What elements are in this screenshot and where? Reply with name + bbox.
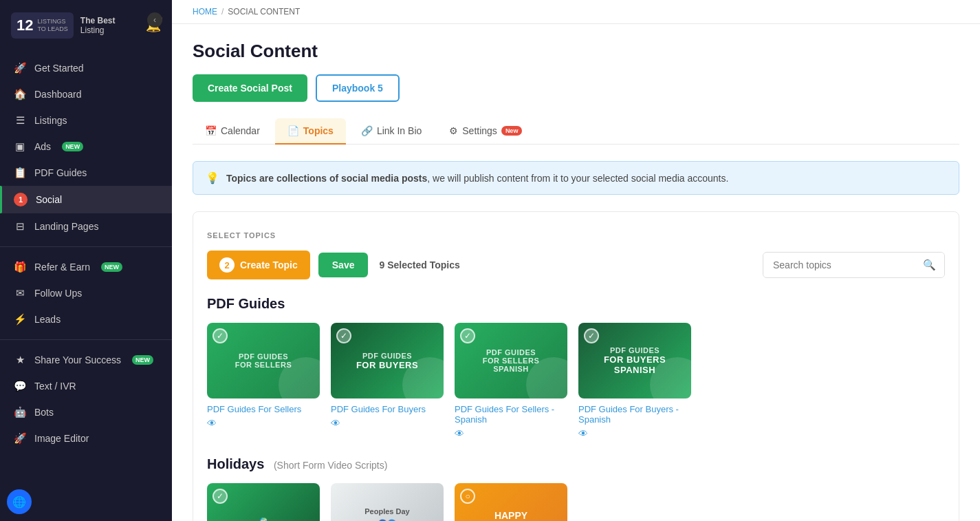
- list-item[interactable]: ✓ PDF GUIDES FOR SELLERS SPANISH PDF Gui…: [455, 323, 567, 440]
- sidebar-item-label: Social: [36, 194, 62, 205]
- breadcrumb-separator: /: [221, 7, 224, 17]
- search-button[interactable]: 🔍: [915, 253, 944, 277]
- sidebar-item-share-success[interactable]: ★ Share Your Success NEW: [0, 347, 172, 373]
- sidebar-item-refer-earn[interactable]: 🎁 Refer & Earn NEW: [0, 254, 172, 280]
- tab-link-in-bio[interactable]: 🔗 Link In Bio: [349, 118, 434, 145]
- create-social-post-button[interactable]: Create Social Post: [193, 74, 307, 102]
- social-badge: 1: [14, 193, 28, 206]
- card-text-line1: PDF GUIDES: [235, 352, 292, 361]
- card-checkbox[interactable]: ✓: [460, 328, 475, 343]
- sidebar-item-get-started[interactable]: 🚀 Get Started: [0, 55, 172, 81]
- sidebar-item-label: Get Started: [34, 63, 84, 74]
- eye-icon[interactable]: 👁: [331, 418, 340, 429]
- section-title-pdf-guides: PDF Guides: [207, 296, 945, 312]
- list-item[interactable]: ✓ 🌍: [207, 483, 320, 521]
- sidebar-item-listings[interactable]: ☰ Listings: [0, 107, 172, 134]
- bot-icon: 🤖: [14, 406, 26, 418]
- ads-new-badge: NEW: [62, 142, 83, 151]
- card-text-line3: SPANISH: [604, 365, 666, 375]
- sidebar-item-pdf-guides[interactable]: 📋 PDF Guides: [0, 160, 172, 186]
- playbook-button[interactable]: Playbook 5: [316, 74, 400, 102]
- gift-icon: 🎁: [14, 261, 26, 273]
- tab-topics[interactable]: 📄 Topics: [275, 118, 346, 145]
- info-banner-text: Topics are collections of social media p…: [226, 173, 728, 184]
- settings-new-badge: New: [501, 126, 523, 136]
- nav-divider-1: [0, 246, 172, 247]
- sidebar-navigation: 🚀 Get Started 🏠 Dashboard ☰ Listings ▣ A…: [0, 50, 172, 521]
- tab-topics-label: Topics: [303, 125, 334, 136]
- eye-icon[interactable]: 👁: [578, 428, 588, 439]
- card-checkbox[interactable]: ✓: [213, 328, 228, 343]
- sidebar-item-label: Bots: [34, 407, 54, 418]
- card-title: PDF Guides For Buyers - Spanish: [578, 404, 691, 425]
- list-item[interactable]: ✓ PDF GUIDES FOR SELLERS PDF Guides For …: [207, 323, 320, 440]
- eye-icon[interactable]: 👁: [455, 428, 464, 439]
- rocket-icon: 🚀: [14, 62, 26, 74]
- bulb-icon: 💡: [206, 171, 219, 184]
- breadcrumb-current: SOCIAL CONTENT: [228, 7, 300, 17]
- sidebar-item-leads[interactable]: ⚡ Leads: [0, 306, 172, 332]
- sidebar-collapse-button[interactable]: ‹: [147, 12, 162, 28]
- sidebar-item-follow-ups[interactable]: ✉ Follow Ups: [0, 280, 172, 306]
- create-topic-badge: 2: [219, 257, 235, 273]
- sidebar-item-label: Image Editor: [34, 433, 89, 444]
- card-checkbox[interactable]: ○: [460, 489, 475, 504]
- topics-toolbar: 2 Create Topic Save 9 Selected Topics 🔍: [207, 251, 945, 279]
- card-text-line2: FOR BUYERS: [604, 354, 666, 365]
- create-topic-button[interactable]: 2 Create Topic: [207, 251, 310, 279]
- sidebar-item-image-editor[interactable]: 🚀 Image Editor: [0, 425, 172, 451]
- tab-calendar[interactable]: 📅 Calendar: [193, 118, 272, 145]
- top-buttons: Create Social Post Playbook 5: [193, 74, 959, 102]
- avatar[interactable]: 🌐: [7, 489, 32, 514]
- sidebar: 12 LISTINGSTO LEADS The Best Listing 🔔 ‹…: [0, 0, 172, 521]
- card-checkbox[interactable]: ✓: [213, 489, 228, 504]
- pdf-guides-section: PDF Guides ✓ PDF GUIDES FOR SELLERS: [207, 296, 945, 440]
- info-banner: 💡 Topics are collections of social media…: [193, 161, 959, 195]
- card-image: ✓ 🌍: [207, 483, 320, 521]
- calendar-icon: 📅: [205, 125, 217, 136]
- card-checkbox[interactable]: ✓: [584, 328, 599, 343]
- content-area: Social Content Create Social Post Playbo…: [172, 24, 980, 521]
- sidebar-item-label: Ads: [34, 141, 51, 152]
- tab-settings[interactable]: ⚙ Settings New: [437, 118, 534, 145]
- select-topics-label: SELECT TOPICS: [207, 226, 945, 240]
- section-title-holidays: Holidays (Short Form Video Scripts): [207, 456, 945, 472]
- card-checkbox[interactable]: ✓: [336, 328, 351, 343]
- breadcrumb-home[interactable]: HOME: [193, 7, 217, 17]
- logo-text: LISTINGSTO LEADS: [37, 18, 67, 33]
- sidebar-item-ads[interactable]: ▣ Ads NEW: [0, 134, 172, 160]
- peoples-day-icon: 👥: [377, 515, 398, 521]
- sidebar-item-label: Refer & Earn: [34, 262, 90, 273]
- list-item[interactable]: ○ HAPPYBIRTHDAY: [455, 483, 567, 521]
- nav-divider-2: [0, 339, 172, 340]
- list-item[interactable]: Peoples Day 👥: [331, 483, 444, 521]
- landing-icon: ⊟: [14, 220, 26, 233]
- sidebar-item-dashboard[interactable]: 🏠 Dashboard: [0, 81, 172, 107]
- list-item[interactable]: ✓ PDF GUIDES FOR BUYERS PDF Guides For B…: [331, 323, 444, 440]
- main-content: HOME / SOCIAL CONTENT Social Content Cre…: [172, 0, 980, 521]
- active-indicator: [0, 186, 2, 213]
- eye-icon[interactable]: 👁: [207, 418, 217, 429]
- save-button[interactable]: Save: [318, 253, 369, 277]
- image-editor-icon: 🚀: [14, 432, 26, 445]
- create-topic-label: Create Topic: [240, 259, 298, 270]
- sidebar-item-social[interactable]: 1 Social: [0, 186, 172, 213]
- card-image: ✓ PDF GUIDES FOR BUYERS SPANISH: [578, 323, 691, 398]
- sidebar-item-text-ivr[interactable]: 💬 Text / IVR: [0, 373, 172, 399]
- holidays-cards: ✓ 🌍 Peoples Day 👥: [207, 483, 945, 521]
- tab-settings-label: Settings: [462, 125, 497, 136]
- pdf-guides-cards: ✓ PDF GUIDES FOR SELLERS PDF Guides For …: [207, 323, 945, 440]
- list-item[interactable]: ✓ PDF GUIDES FOR BUYERS SPANISH PDF Guid…: [578, 323, 691, 440]
- sidebar-item-label: Landing Pages: [34, 221, 98, 232]
- tab-link-in-bio-label: Link In Bio: [377, 125, 422, 136]
- card-text-line2: FOR SELLERS: [235, 361, 292, 369]
- tab-calendar-label: Calendar: [221, 125, 260, 136]
- card-image: Peoples Day 👥: [331, 483, 444, 521]
- logo-number: 12: [17, 17, 33, 34]
- card-text-line1: PDF GUIDES: [356, 352, 418, 360]
- search-input[interactable]: [763, 253, 915, 277]
- sidebar-item-landing-pages[interactable]: ⊟ Landing Pages: [0, 213, 172, 240]
- sidebar-item-label: Listings: [34, 115, 67, 126]
- sidebar-item-bots[interactable]: 🤖 Bots: [0, 399, 172, 425]
- refer-new-badge: NEW: [101, 262, 122, 272]
